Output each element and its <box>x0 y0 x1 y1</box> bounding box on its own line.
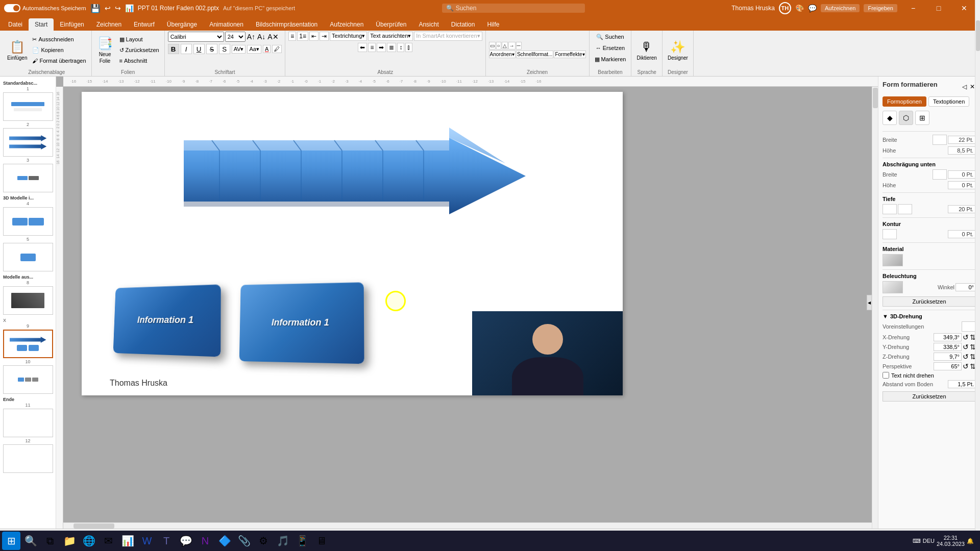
diktieren-button[interactable]: 🎙 Diktieren <box>634 35 658 65</box>
close-button[interactable]: ✕ <box>952 0 976 16</box>
maximize-button[interactable]: □ <box>927 0 950 16</box>
formeffekte-btn[interactable]: Formeffekte▾ <box>554 51 585 58</box>
tab-animationen[interactable]: Animationen <box>203 18 250 31</box>
tab-einfuegen[interactable]: Einfügen <box>54 18 90 31</box>
onenote-btn[interactable]: N <box>196 532 214 550</box>
columns-btn[interactable]: ⫿ <box>405 43 412 52</box>
increase-indent-btn[interactable]: ⇥ <box>320 32 329 41</box>
abstand-boden-input[interactable] <box>948 380 976 388</box>
word-btn[interactable]: W <box>138 532 156 550</box>
ersetzen-button[interactable]: ↔ Ersetzen <box>594 43 627 53</box>
text-nicht-drehen-checkbox[interactable] <box>883 372 889 379</box>
decrease-font-btn[interactable]: A↓ <box>257 32 266 41</box>
email-btn[interactable]: ✉ <box>99 532 117 550</box>
taskview-btn[interactable]: ⧉ <box>41 532 59 550</box>
slide-thumb-3[interactable] <box>3 164 53 192</box>
zuruecksetzen-btn-1[interactable]: Zurücksetzen <box>883 296 976 307</box>
align-left-btn[interactable]: ⬅ <box>358 43 367 52</box>
start-button[interactable]: ⊞ <box>2 532 20 550</box>
italic-button[interactable]: I <box>181 44 192 54</box>
format-uebertragen-button[interactable]: 🖌 Format übertragen <box>30 56 88 66</box>
anordnen-btn[interactable]: Anordnen▾ <box>489 51 516 58</box>
zuruecksetzen-btn-2[interactable]: Zurücksetzen <box>883 391 976 402</box>
align-right-btn[interactable]: ➡ <box>377 43 386 52</box>
shape-rect[interactable]: ▭ <box>489 42 496 49</box>
winkel-input[interactable] <box>955 283 976 291</box>
breite-widget[interactable] <box>933 135 947 145</box>
drehung-3d-header[interactable]: ▼ 3D-Drehung <box>883 313 976 319</box>
shape-arrow[interactable]: → <box>508 42 516 49</box>
fill-icon-btn[interactable]: ◆ <box>883 111 897 125</box>
redo-icon[interactable]: ↪ <box>115 4 121 12</box>
tab-ansicht[interactable]: Ansicht <box>412 18 445 31</box>
slide-thumb-12[interactable] <box>3 444 53 473</box>
slack-btn[interactable]: 💬 <box>177 532 195 550</box>
slide-thumb-4[interactable] <box>3 207 53 236</box>
kontur-color-widget[interactable] <box>883 229 897 239</box>
z-drehung-reset[interactable]: ↺ <box>963 353 969 361</box>
textrichtung-btn[interactable]: Textrichtung▾ <box>330 32 367 41</box>
material-widget[interactable] <box>883 254 903 266</box>
x-drehung-reset[interactable]: ↺ <box>963 333 969 341</box>
y-drehung-reset[interactable]: ↺ <box>963 343 969 351</box>
line-spacing-btn[interactable]: ↕ <box>397 43 404 52</box>
schnellformatvorlagen-btn[interactable]: Schnellformat... <box>516 51 553 58</box>
char-spacing-btn[interactable]: AV▾ <box>232 45 246 54</box>
canvas-area[interactable]: ·16·15·14·13·12·11·10·9·8·7·6·5·4·3·2·1·… <box>56 77 878 529</box>
ribbon-icon[interactable]: 🎨 <box>795 4 804 12</box>
abschnitt-button[interactable]: ≡ Abschnitt <box>117 56 161 66</box>
app5-btn[interactable]: 📱 <box>293 532 311 550</box>
info-box-2[interactable]: Information 1 <box>237 283 362 362</box>
align-justify-btn[interactable]: ≣ <box>387 43 396 52</box>
tab-zeichnen[interactable]: Zeichnen <box>90 18 128 31</box>
suchen-button[interactable]: 🔍 Suchen <box>594 32 626 42</box>
font-size-select[interactable]: 24 <box>225 32 246 42</box>
undo-icon[interactable]: ↩ <box>105 4 111 12</box>
effect-icon-btn[interactable]: ⬡ <box>899 111 913 125</box>
ausschneiden-button[interactable]: ✂ Ausschneiden <box>30 34 88 44</box>
aufzeichnen-button[interactable]: Aufzeichnen <box>821 4 860 12</box>
tab-start[interactable]: Start <box>29 18 54 31</box>
slide-thumb-2[interactable] <box>3 128 53 157</box>
highlight-btn[interactable]: 🖊 <box>272 45 282 53</box>
info-box-1[interactable]: Information 1 <box>110 286 219 355</box>
align-center-btn[interactable]: ≡ <box>368 43 376 52</box>
arrow-shape[interactable] <box>184 122 531 230</box>
slide-thumb-10[interactable] <box>3 365 53 394</box>
clear-format-btn[interactable]: A✕ <box>267 32 279 41</box>
abschraegung-widget[interactable] <box>933 169 947 180</box>
zuruecksetzen-button[interactable]: ↺ Zurücksetzen <box>117 45 161 55</box>
tab-uebergaenge[interactable]: Übergänge <box>161 18 203 31</box>
strikethrough-button[interactable]: S̶ <box>206 44 217 54</box>
font-family-select[interactable]: Calibri <box>168 32 224 42</box>
tab-hilfe[interactable]: Hilfe <box>481 18 505 31</box>
app2-btn[interactable]: 📎 <box>235 532 253 550</box>
tiefe-size-widget[interactable] <box>898 204 912 214</box>
designer-button[interactable]: ✨ Designer <box>666 35 690 65</box>
underline-button[interactable]: U <box>193 44 205 54</box>
comments-icon[interactable]: 💬 <box>808 4 817 12</box>
right-panel-scrollbar[interactable] <box>975 77 980 529</box>
textausrichten-btn[interactable]: Text ausrichten▾ <box>368 32 413 41</box>
panel-collapse-btn[interactable]: ◀ <box>867 295 872 310</box>
tab-ueberpruefen[interactable]: Überprüfen <box>370 18 412 31</box>
search-taskbar-btn[interactable]: 🔍 <box>21 532 40 550</box>
slide-canvas[interactable]: Information 1 Information 1 Thomas Hrusk… <box>82 92 623 395</box>
beleuchtung-widget[interactable] <box>883 281 903 293</box>
slide-thumb-8[interactable] <box>3 286 53 315</box>
slide-thumb-1[interactable] <box>3 92 53 121</box>
scrollbar-horizontal[interactable] <box>63 522 872 529</box>
powerpoint-btn[interactable]: 📊 <box>118 532 137 550</box>
fontcolor-btn[interactable]: A <box>263 45 271 53</box>
tab-textoptionen[interactable]: Textoptionen <box>928 96 969 107</box>
freigeben-button[interactable]: Freigeben <box>864 4 897 12</box>
notification-icon[interactable]: 🔔 <box>967 538 974 544</box>
y-drehung-input[interactable] <box>934 343 962 351</box>
autosave-toggle[interactable] <box>4 4 20 12</box>
list-bullet-btn[interactable]: ≡ <box>288 32 296 41</box>
shape-circle[interactable]: ○ <box>496 42 501 49</box>
increase-font-btn[interactable]: A↑ <box>247 32 256 41</box>
scrollbar-vertical[interactable] <box>872 87 878 529</box>
list-numbered-btn[interactable]: 1≡ <box>297 32 308 41</box>
bold-button[interactable]: B <box>168 44 179 54</box>
